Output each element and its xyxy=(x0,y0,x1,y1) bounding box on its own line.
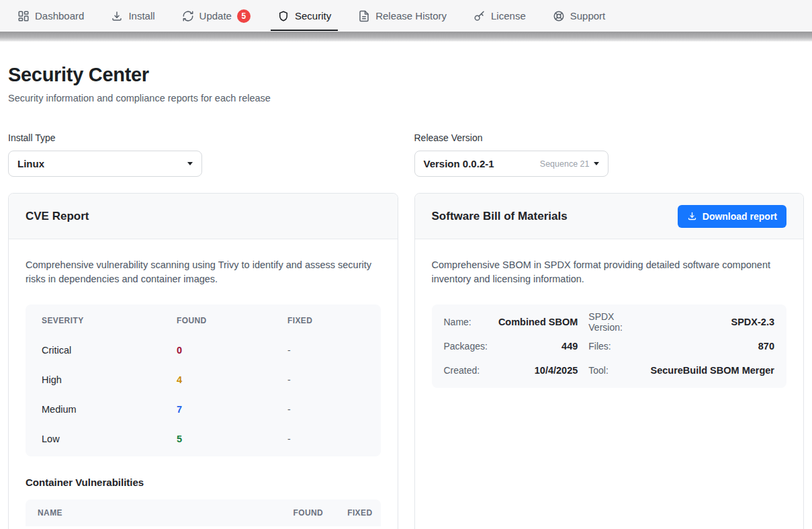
cve-report-card: CVE Report Comprehensive vulnerability s… xyxy=(8,193,398,529)
table-row: Critical 0 - xyxy=(26,335,381,365)
sbom-spdx-value: SPDX-2.3 xyxy=(650,310,774,334)
sbom-created-value: 10/4/2025 xyxy=(498,358,578,382)
release-version-value: Version 0.0.2-1 xyxy=(424,158,540,169)
container-vulnerabilities-title: Container Vulnerabilities xyxy=(26,477,381,488)
sbom-card-header: Software Bill of Materials Download repo… xyxy=(415,194,804,239)
found-value: 4 xyxy=(177,374,287,385)
severity-label: Low xyxy=(42,434,177,444)
table-row: High 4 - xyxy=(26,365,381,395)
nav-item-release-history[interactable]: Release History xyxy=(351,0,453,32)
fixed-value: - xyxy=(287,345,381,356)
license-icon xyxy=(473,10,486,22)
found-value: 5 xyxy=(177,434,287,444)
page-title: Security Center xyxy=(8,64,804,86)
sbom-card: Software Bill of Materials Download repo… xyxy=(414,193,805,529)
sequence-hint: Sequence 21 xyxy=(540,159,590,169)
update-icon xyxy=(182,10,194,22)
sbom-card-body: Comprehensive SBOM in SPDX format provid… xyxy=(415,239,804,405)
severity-label: Critical xyxy=(42,345,177,356)
nav-label: License xyxy=(491,10,526,22)
sbom-packages-label: Packages: xyxy=(444,334,488,358)
nav-label: Dashboard xyxy=(35,10,84,22)
cve-card-title: CVE Report xyxy=(26,210,89,223)
nav-item-license[interactable]: License xyxy=(467,0,533,32)
chevron-down-icon xyxy=(594,162,599,165)
col-name: NAME xyxy=(38,508,293,518)
nav-label: Install xyxy=(128,10,154,22)
nav-item-security[interactable]: Security xyxy=(271,0,338,32)
nav-label: Update xyxy=(199,10,232,22)
support-icon xyxy=(553,10,565,22)
nav-label: Support xyxy=(570,10,606,22)
install-type-label: Install Type xyxy=(8,132,398,143)
fixed-value: - xyxy=(287,434,381,444)
sbom-tool-value: SecureBuild SBOM Merger xyxy=(650,358,774,382)
found-value: 7 xyxy=(177,404,287,415)
col-fixed: FIXED xyxy=(287,316,381,325)
nav-label: Security xyxy=(295,10,331,22)
severity-label: High xyxy=(42,374,177,385)
scroll-shadow-band xyxy=(0,32,812,42)
download-icon xyxy=(687,211,697,221)
main-content: Security Center Security information and… xyxy=(0,42,812,529)
sbom-info-grid: Name: Combined SBOM SPDX Version: SPDX-2… xyxy=(432,304,787,388)
col-found: FOUND xyxy=(293,508,323,518)
container-table-header: NAME FOUND FIXED xyxy=(26,499,381,526)
fixed-value: - xyxy=(287,404,381,415)
sbom-spdx-label: SPDX Version: xyxy=(588,310,639,334)
cve-card-body: Comprehensive vulnerability scanning usi… xyxy=(9,239,398,529)
sbom-description: Comprehensive SBOM in SPDX format provid… xyxy=(432,258,787,286)
install-type-field: Install Type Linux xyxy=(8,132,398,177)
install-type-value: Linux xyxy=(17,158,187,169)
severity-table-header: SEVERITY FOUND FIXED xyxy=(26,306,381,335)
security-icon xyxy=(277,10,289,22)
install-type-select[interactable]: Linux xyxy=(8,151,202,177)
filters-row: Install Type Linux Release Version Versi… xyxy=(8,132,804,177)
sbom-name-value: Combined SBOM xyxy=(498,310,578,334)
severity-table: SEVERITY FOUND FIXED Critical 0 - High 4… xyxy=(26,304,381,456)
sbom-name-label: Name: xyxy=(444,310,488,334)
update-count-badge: 5 xyxy=(237,9,251,23)
col-fixed: FIXED xyxy=(347,508,372,518)
nav-item-update[interactable]: Update 5 xyxy=(175,0,257,32)
nav-item-install[interactable]: Install xyxy=(104,0,161,32)
release-history-icon xyxy=(358,10,370,22)
release-version-label: Release Version xyxy=(414,132,805,143)
col-severity: SEVERITY xyxy=(42,316,177,325)
table-row: Low 5 - xyxy=(26,424,381,454)
sbom-tool-label: Tool: xyxy=(588,358,639,382)
sbom-packages-value: 449 xyxy=(498,334,578,358)
found-value: 0 xyxy=(177,345,287,356)
page-subtitle: Security information and compliance repo… xyxy=(8,93,804,104)
sbom-card-title: Software Bill of Materials xyxy=(432,210,568,223)
release-version-field: Release Version Version 0.0.2-1 Sequence… xyxy=(414,132,805,177)
chevron-down-icon xyxy=(187,162,193,165)
nav-item-support[interactable]: Support xyxy=(546,0,613,32)
fixed-value: - xyxy=(287,374,381,385)
download-report-label: Download report xyxy=(703,211,777,222)
col-found: FOUND xyxy=(177,316,287,325)
nav-item-dashboard[interactable]: Dashboard xyxy=(11,0,91,32)
nav-label: Release History xyxy=(375,10,447,22)
sbom-files-value: 870 xyxy=(650,334,774,358)
table-row: Medium 7 - xyxy=(26,395,381,424)
sbom-files-label: Files: xyxy=(588,334,639,358)
cve-card-header: CVE Report xyxy=(9,194,398,239)
top-navigation: Dashboard Install Update 5 Security Rele… xyxy=(0,0,812,32)
cve-description: Comprehensive vulnerability scanning usi… xyxy=(26,258,381,286)
install-icon xyxy=(111,10,123,22)
dashboard-icon xyxy=(17,10,30,22)
sbom-created-label: Created: xyxy=(444,358,488,382)
release-version-select[interactable]: Version 0.0.2-1 Sequence 21 xyxy=(414,151,608,177)
cards-grid: CVE Report Comprehensive vulnerability s… xyxy=(8,193,804,529)
download-report-button[interactable]: Download report xyxy=(678,205,786,228)
severity-label: Medium xyxy=(42,404,177,415)
